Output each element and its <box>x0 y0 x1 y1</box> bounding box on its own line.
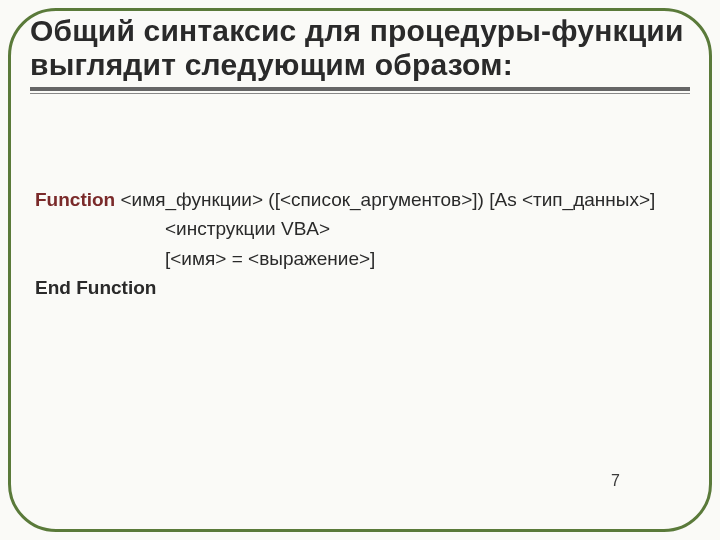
slide-title: Общий синтаксис для процедуры-функции вы… <box>30 14 690 81</box>
keyword-end-function: End Function <box>35 277 156 298</box>
keyword-function: Function <box>35 189 115 210</box>
syntax-line-4: End Function <box>35 273 690 302</box>
syntax-line-3: [<имя> = <выражение>] <box>35 244 690 273</box>
syntax-signature: <имя_функции> ([<список_аргументов>]) [A… <box>115 189 655 210</box>
title-underline <box>30 87 690 94</box>
syntax-line-2: <инструкции VBA> <box>35 214 690 243</box>
page-number: 7 <box>0 472 620 490</box>
title-block: Общий синтаксис для процедуры-функции вы… <box>30 14 690 94</box>
syntax-content: Function <имя_функции> ([<список_аргумен… <box>35 185 690 303</box>
syntax-line-1: Function <имя_функции> ([<список_аргумен… <box>35 185 690 214</box>
